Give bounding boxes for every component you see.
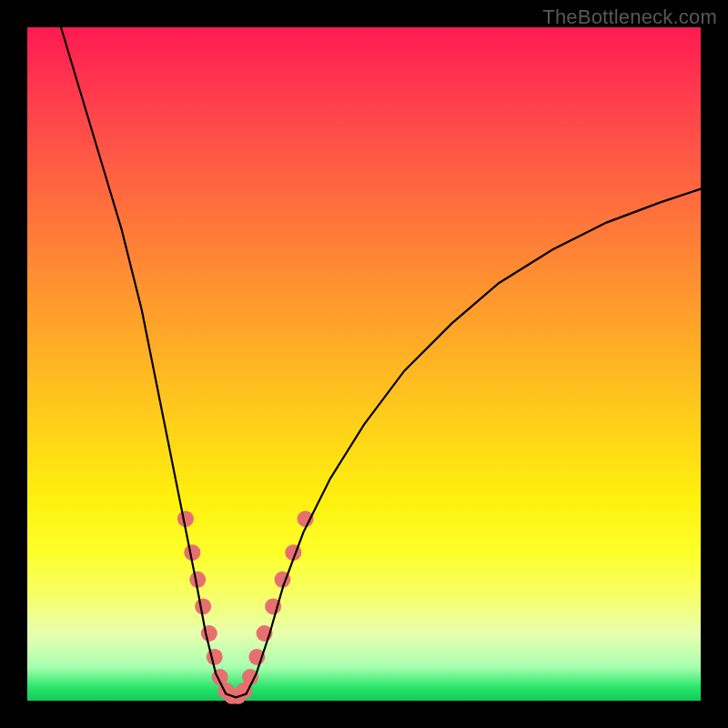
highlight-dot <box>201 625 217 642</box>
highlight-dot <box>207 649 223 665</box>
highlight-dots-group <box>177 511 314 704</box>
bottleneck-curve <box>61 27 701 697</box>
chart-frame: TheBottleneck.com <box>0 0 728 728</box>
watermark-text: TheBottleneck.com <box>542 5 717 29</box>
chart-overlay <box>27 27 701 701</box>
highlight-dot <box>242 669 258 685</box>
highlight-dot <box>195 598 211 614</box>
